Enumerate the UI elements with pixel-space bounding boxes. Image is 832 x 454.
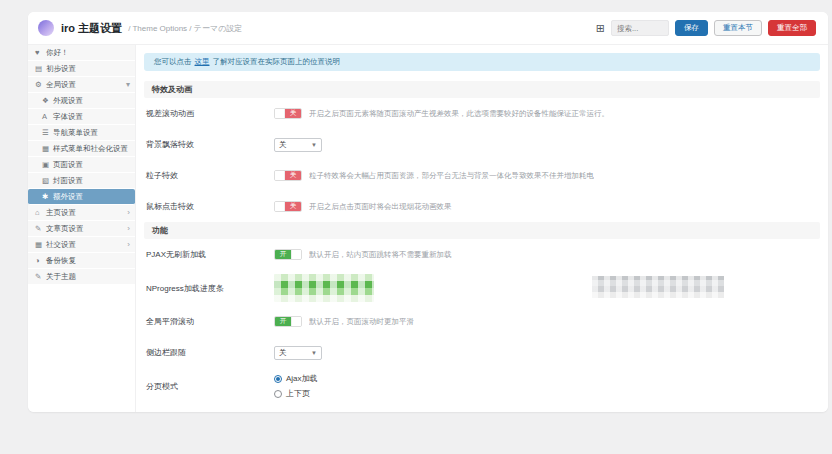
shield-icon: ◑	[35, 256, 46, 265]
sidebar-item[interactable]: ▦样式菜单和社会化设置	[28, 141, 135, 157]
toggle-state-label: 关	[285, 202, 301, 211]
sidebar-item[interactable]: ✱额外设置	[28, 189, 135, 205]
sidebar-item-label: 关于主题	[46, 272, 76, 282]
breadcrumb: / Theme Options / テーマの設定	[128, 23, 242, 34]
expand-all-icon[interactable]: ⊞	[596, 23, 605, 34]
field-description: 开启之后点击页面时将会出现烟花动画效果	[309, 202, 452, 212]
sidebar-item-label: 全局设置	[46, 80, 76, 90]
search-input[interactable]	[611, 20, 669, 36]
field-control: 关▼	[274, 346, 818, 360]
sidebar-item[interactable]: ⚙全局设置▾	[28, 77, 135, 93]
field-control	[274, 274, 818, 302]
toggle-switch[interactable]: 关	[274, 170, 302, 181]
redacted-preview-block	[592, 276, 724, 298]
panel-body: ♥你好！▤初步设置⚙全局设置▾❖外观设置A字体设置☰导航菜单设置▦样式菜单和社会…	[28, 45, 828, 412]
field-label: 粒子特效	[146, 170, 274, 181]
sidebar-item[interactable]: ☰导航菜单设置	[28, 125, 135, 141]
sidebar-item[interactable]: ▤初步设置	[28, 61, 135, 77]
info-icon: ✎	[35, 272, 46, 281]
chevron-right-icon: ›	[127, 208, 130, 217]
section-header: 特效及动画	[144, 81, 820, 98]
redacted-color-field	[274, 274, 374, 302]
sidebar-item[interactable]: ▣页面设置	[28, 157, 135, 173]
select-input[interactable]: 关▼	[274, 138, 322, 152]
field-control: 关开启之后页面元素将随页面滚动产生视差效果，此选项需要较好的设备性能保证正常运行…	[274, 108, 818, 119]
radio-option-label: 上下页	[286, 388, 310, 399]
save-button[interactable]: 保存	[675, 20, 708, 36]
radio-unselected-icon	[274, 390, 282, 398]
toggle-switch[interactable]: 关	[274, 108, 302, 119]
font-icon: A	[42, 112, 53, 121]
heart-icon: ♥	[35, 48, 46, 57]
sidebar-item-label: 备份恢复	[46, 256, 76, 266]
header-toolbar: ⊞ 保存 重置本节 重置全部	[596, 20, 816, 36]
share-icon: ▦	[35, 240, 46, 249]
sidebar-item[interactable]: ♥你好！	[28, 45, 135, 61]
toggle-state-label: 开	[275, 250, 291, 259]
sidebar-item[interactable]: ✎关于主题	[28, 269, 135, 285]
field-description: 默认开启，站内页面跳转将不需要重新加载	[309, 250, 452, 260]
field-description: 粒子特效将会大幅占用页面资源，部分平台无法与背景一体化导致效果不佳并增加耗电	[309, 171, 594, 181]
field-label: PJAX无刷新加载	[146, 249, 274, 260]
radio-option[interactable]: 上下页	[274, 388, 318, 399]
field-label: 视差滚动动画	[146, 108, 274, 119]
settings-sidebar: ♥你好！▤初步设置⚙全局设置▾❖外观设置A字体设置☰导航菜单设置▦样式菜单和社会…	[28, 45, 136, 412]
sidebar-item[interactable]: ▧封面设置	[28, 173, 135, 189]
info-banner: 您可以点击这里了解对应设置在实际页面上的位置说明	[144, 53, 820, 71]
page-icon: ▣	[42, 160, 53, 169]
toggle-knob	[275, 109, 285, 118]
sidebar-item[interactable]: ⌂主页设置›	[28, 205, 135, 221]
info-banner-text: 了解对应设置在实际页面上的位置说明	[213, 57, 341, 66]
theme-logo	[38, 20, 54, 36]
sidebar-item-label: 额外设置	[53, 192, 83, 202]
info-banner-text: 您可以点击	[154, 57, 192, 66]
sidebar-item[interactable]: ▦社交设置›	[28, 237, 135, 253]
form-row: 视差滚动动画关开启之后页面元素将随页面滚动产生视差效果，此选项需要较好的设备性能…	[144, 98, 820, 129]
select-value: 关	[279, 140, 287, 150]
sidebar-item[interactable]: ✎文章页设置›	[28, 221, 135, 237]
field-label: NProgress加载进度条	[146, 283, 274, 294]
chevron-right-icon: ›	[127, 240, 130, 249]
toggle-state-label: 开	[275, 317, 291, 326]
chevron-down-icon: ▼	[311, 350, 317, 356]
form-row: 分页模式Ajax加载上下页	[144, 368, 820, 404]
field-label: 背景飘落特效	[146, 139, 274, 150]
field-control: 关粒子特效将会大幅占用页面资源，部分平台无法与背景一体化导致效果不佳并增加耗电	[274, 170, 818, 181]
page-title: iro 主题设置	[61, 21, 122, 36]
radio-group: Ajax加载上下页	[274, 368, 318, 404]
form-row: NProgress加载进度条	[144, 270, 820, 306]
gear-icon: ⚙	[35, 80, 46, 89]
sidebar-item-label: 你好！	[46, 48, 69, 58]
field-control: 关▼	[274, 138, 818, 152]
reset-section-button[interactable]: 重置本节	[714, 20, 762, 36]
radio-option[interactable]: Ajax加载	[274, 373, 318, 384]
form-row: 背景飘落特效关▼	[144, 129, 820, 160]
toggle-switch[interactable]: 关	[274, 201, 302, 212]
sidebar-item[interactable]: ◑备份恢复	[28, 253, 135, 269]
sidebar-item[interactable]: ❖外观设置	[28, 93, 135, 109]
toggle-state-label: 关	[285, 171, 301, 180]
docs-link[interactable]: 这里	[195, 57, 210, 66]
sidebar-item-label: 导航菜单设置	[53, 128, 98, 138]
settings-content: 您可以点击这里了解对应设置在实际页面上的位置说明 特效及动画视差滚动动画关开启之…	[136, 45, 828, 412]
sidebar-item-label: 页面设置	[53, 160, 83, 170]
field-label: 全局平滑滚动	[146, 316, 274, 327]
sidebar-item[interactable]: A字体设置	[28, 109, 135, 125]
section-header: 功能	[144, 222, 820, 239]
field-control: 开默认开启，页面滚动时更加平滑	[274, 316, 818, 327]
chevron-right-icon: ›	[127, 224, 130, 233]
theme-options-panel: iro 主题设置 / Theme Options / テーマの設定 ⊞ 保存 重…	[28, 12, 828, 412]
select-input[interactable]: 关▼	[274, 346, 322, 360]
toggle-switch[interactable]: 开	[274, 316, 302, 327]
chevron-down-icon: ▾	[126, 80, 130, 89]
field-control: Ajax加载上下页	[274, 368, 818, 404]
form-row: 侧边栏跟随关▼	[144, 337, 820, 368]
sidebar-item-label: 初步设置	[46, 64, 76, 74]
menu-icon: ☰	[42, 128, 53, 137]
reset-all-button[interactable]: 重置全部	[768, 20, 816, 36]
toggle-switch[interactable]: 开	[274, 249, 302, 260]
field-label: 侧边栏跟随	[146, 347, 274, 358]
toggle-knob	[275, 171, 285, 180]
sidebar-item-label: 主页设置	[46, 208, 76, 218]
field-label: 分页模式	[146, 381, 274, 392]
